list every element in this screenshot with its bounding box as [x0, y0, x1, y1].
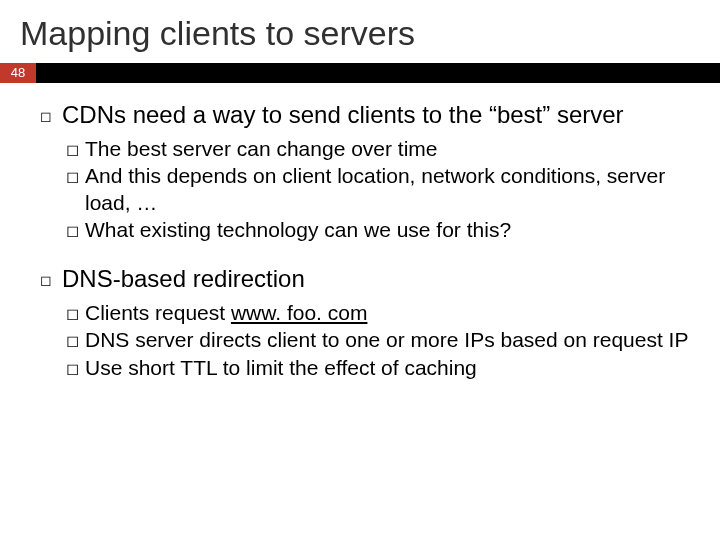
sublist-item: ◻ Use short TTL to limit the effect of c…	[66, 355, 696, 381]
sublist-item: ◻ DNS server directs client to one or mo…	[66, 327, 696, 353]
sublist-item-text: Use short TTL to limit the effect of cac…	[85, 355, 696, 381]
slide-content: ◻ CDNs need a way to send clients to the…	[0, 83, 720, 381]
sublist-item: ◻ Clients request www. foo. com	[66, 300, 696, 326]
sublist: ◻ Clients request www. foo. com ◻ DNS se…	[40, 300, 696, 381]
square-bullet-icon: ◻	[66, 221, 79, 241]
square-bullet-icon: ◻	[66, 331, 79, 351]
sublist: ◻ The best server can change over time ◻…	[40, 136, 696, 243]
sublist-item: ◻ And this depends on client location, n…	[66, 163, 696, 216]
square-bullet-icon: ◻	[40, 266, 52, 294]
list-item-text: CDNs need a way to send clients to the “…	[62, 101, 624, 130]
sublist-item: ◻ The best server can change over time	[66, 136, 696, 162]
sublist-item-text: DNS server directs client to one or more…	[85, 327, 696, 353]
sublist-item-text: Clients request www. foo. com	[85, 300, 696, 326]
link-text: www. foo. com	[231, 301, 368, 324]
page-number: 48	[0, 63, 36, 83]
square-bullet-icon: ◻	[66, 140, 79, 160]
page-bar: 48	[0, 63, 720, 83]
square-bullet-icon: ◻	[66, 304, 79, 324]
list-item-text: DNS-based redirection	[62, 265, 305, 294]
sublist-item-text: And this depends on client location, net…	[85, 163, 696, 216]
square-bullet-icon: ◻	[40, 102, 52, 130]
square-bullet-icon: ◻	[66, 167, 79, 187]
sublist-item: ◻ What existing technology can we use fo…	[66, 217, 696, 243]
list-item-head: ◻ DNS-based redirection	[40, 265, 696, 294]
sublist-item-text: What existing technology can we use for …	[85, 217, 696, 243]
square-bullet-icon: ◻	[66, 359, 79, 379]
list-item: ◻ DNS-based redirection ◻ Clients reques…	[40, 265, 696, 381]
slide-title: Mapping clients to servers	[0, 0, 720, 63]
sublist-item-text: The best server can change over time	[85, 136, 696, 162]
list-item: ◻ CDNs need a way to send clients to the…	[40, 101, 696, 243]
list-item-head: ◻ CDNs need a way to send clients to the…	[40, 101, 696, 130]
